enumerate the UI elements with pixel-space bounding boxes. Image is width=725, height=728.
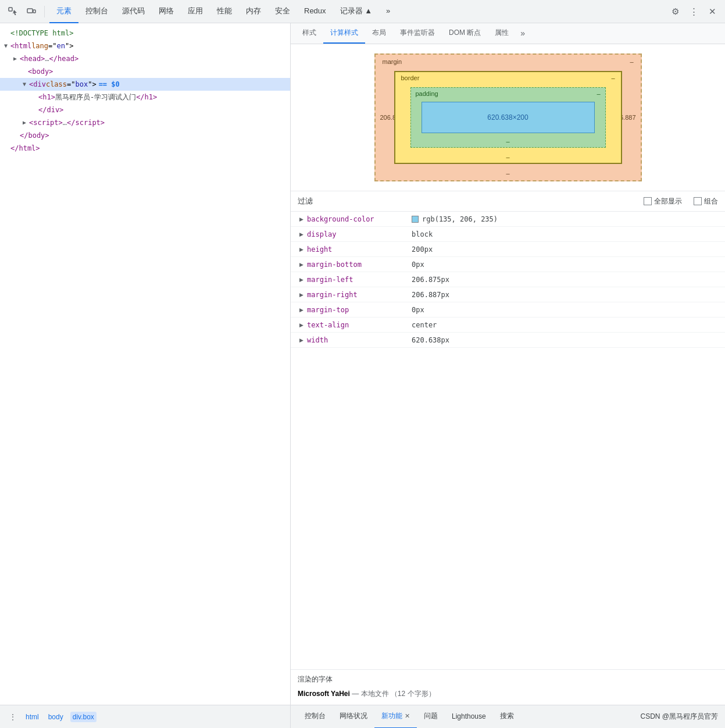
new-features-close-icon[interactable]: ✕ (405, 712, 410, 720)
prop-text-align: text-align (307, 321, 412, 329)
tab-sources[interactable]: 源代码 (115, 0, 152, 23)
padding-bottom-val: – (506, 138, 509, 145)
border-bottom-val: – (506, 154, 509, 160)
tab-dom-breakpoints[interactable]: DOM 断点 (442, 23, 488, 44)
settings-icon[interactable]: ⚙ (667, 3, 683, 20)
head-tag-close: </head> (49, 53, 79, 65)
tab-security[interactable]: 安全 (268, 0, 297, 23)
bottom-tab-console[interactable]: 控制台 (298, 705, 333, 729)
computed-item-margin-right[interactable]: ▶ margin-right 206.887px (291, 287, 725, 302)
bg-color-expand[interactable]: ▶ (298, 216, 305, 223)
dom-doctype[interactable]: <!DOCTYPE html> (0, 27, 290, 40)
breadcrumb-body[interactable]: body (46, 712, 66, 722)
computed-item-margin-top[interactable]: ▶ margin-top 0px (291, 302, 725, 317)
toolbar-tabs: 元素 控制台 源代码 网络 应用 性能 内存 安全 Redux 记录器 ▲ » (49, 0, 665, 23)
html-expand-icon[interactable]: ▼ (2, 42, 9, 49)
content-size: 620.638×200 (487, 113, 528, 122)
margin-bottom-val: – (506, 170, 509, 177)
tab-properties[interactable]: 属性 (488, 23, 516, 44)
bottom-tab-network-status[interactable]: 网络状况 (333, 705, 374, 729)
computed-item-margin-bottom[interactable]: ▶ margin-bottom 0px (291, 257, 725, 272)
val-margin-bottom: 0px (412, 260, 424, 269)
script-expand-icon[interactable]: ▶ (21, 119, 28, 126)
head-expand-icon[interactable]: ▶ (12, 55, 19, 62)
filter-all-display[interactable]: 全部显示 (644, 197, 682, 206)
breadcrumb: html body div.box (23, 712, 97, 722)
right-panel: 样式 计算样式 布局 事件监听器 DOM 断点 属性 » margin – 20… (291, 23, 725, 705)
bottom-tab-lighthouse[interactable]: Lighthouse (445, 705, 493, 729)
margin-label: margin (383, 58, 402, 65)
close-devtools-icon[interactable]: ✕ (704, 3, 720, 20)
device-toggle-icon[interactable] (23, 3, 40, 20)
margin-top-expand[interactable]: ▶ (298, 306, 305, 313)
tab-network[interactable]: 网络 (152, 0, 181, 23)
tab-layout[interactable]: 布局 (365, 23, 393, 44)
computed-item-height[interactable]: ▶ height 200px (291, 242, 725, 257)
dom-h1[interactable]: <h1> 黑马程序员-学习调试入门 </h1> (0, 91, 290, 104)
computed-styles-list: ▶ background-color rgb(135, 206, 235) ▶ … (291, 212, 725, 669)
tab-performance[interactable]: 性能 (210, 0, 239, 23)
box-border: border – – padding – – 620.638×200 (394, 71, 622, 164)
tab-memory[interactable]: 内存 (239, 0, 268, 23)
border-label: border (401, 74, 420, 81)
breadcrumb-html[interactable]: html (23, 712, 41, 722)
prop-display: display (307, 230, 412, 238)
dom-div-box[interactable]: ▼ <div class =" box "> == $0 (0, 78, 290, 91)
margin-left-expand[interactable]: ▶ (298, 276, 305, 283)
font-detail: 本地文件 （12 个字形） (361, 690, 435, 698)
bottom-menu-icon[interactable]: ⋮ (5, 709, 21, 725)
tab-event-listeners[interactable]: 事件监听器 (393, 23, 442, 44)
div-class-attr: class (46, 78, 67, 90)
inspect-element-icon[interactable] (5, 3, 21, 20)
div-expand-icon[interactable]: ▼ (21, 81, 28, 88)
head-ellipsis: … (45, 53, 49, 65)
text-align-expand[interactable]: ▶ (298, 322, 305, 329)
val-margin-left: 206.875px (412, 276, 449, 284)
dom-script[interactable]: ▶ <script> … </script> (0, 116, 290, 129)
filter-label: 过滤 (298, 196, 313, 206)
dom-body-close[interactable]: </body> (0, 129, 290, 142)
tab-more[interactable]: » (379, 0, 397, 23)
dom-panel: <!DOCTYPE html> ▼ <html lang =" en "> ▶ … (0, 23, 291, 705)
bottom-tab-search[interactable]: 搜索 (493, 705, 521, 729)
tab-console[interactable]: 控制台 (78, 0, 115, 23)
val-text-align: center (412, 321, 437, 329)
div-class-val: box (75, 78, 88, 90)
tab-computed[interactable]: 计算样式 (323, 23, 365, 44)
computed-item-display[interactable]: ▶ display block (291, 227, 725, 242)
group-checkbox[interactable] (694, 197, 702, 205)
breadcrumb-div-box[interactable]: div.box (70, 712, 97, 722)
computed-item-bg-color[interactable]: ▶ background-color rgb(135, 206, 235) (291, 212, 725, 227)
bg-color-swatch[interactable] (412, 216, 419, 223)
tab-application[interactable]: 应用 (181, 0, 210, 23)
filter-group[interactable]: 组合 (694, 197, 718, 206)
display-expand[interactable]: ▶ (298, 231, 305, 238)
tab-more-right[interactable]: » (516, 23, 530, 44)
val-height: 200px (412, 245, 433, 254)
selected-indicator: == $0 (99, 78, 120, 90)
tab-redux[interactable]: Redux (297, 0, 333, 23)
more-options-icon[interactable]: ⋮ (685, 3, 702, 20)
tab-elements[interactable]: 元素 (49, 0, 78, 23)
dom-html[interactable]: ▼ <html lang =" en "> (0, 40, 290, 52)
tab-styles[interactable]: 样式 (295, 23, 323, 44)
margin-right-expand[interactable]: ▶ (298, 291, 305, 298)
width-expand[interactable]: ▶ (298, 337, 305, 344)
div-tag-close: </div> (38, 104, 63, 116)
bottom-right-text: CSDN @黑马程序员官芳 (640, 712, 718, 722)
bottom-tab-new-features[interactable]: 新功能 ✕ (374, 705, 417, 729)
all-display-checkbox[interactable] (644, 197, 652, 205)
margin-bottom-expand[interactable]: ▶ (298, 261, 305, 268)
dom-div-close[interactable]: </div> (0, 104, 290, 116)
computed-item-width[interactable]: ▶ width 620.638px (291, 333, 725, 348)
computed-item-text-align[interactable]: ▶ text-align center (291, 317, 725, 333)
script-tag-open: <script> (29, 117, 63, 129)
dom-body[interactable]: ▼ <body> (0, 65, 290, 78)
tab-recorder[interactable]: 记录器 ▲ (333, 0, 379, 23)
computed-item-margin-left[interactable]: ▶ margin-left 206.875px (291, 272, 725, 287)
dom-html-close[interactable]: </html> (0, 142, 290, 155)
height-expand[interactable]: ▶ (298, 246, 305, 253)
bottom-tab-issues[interactable]: 问题 (417, 705, 445, 729)
dom-head[interactable]: ▶ <head> … </head> (0, 52, 290, 65)
script-tag-close: </script> (67, 117, 105, 129)
